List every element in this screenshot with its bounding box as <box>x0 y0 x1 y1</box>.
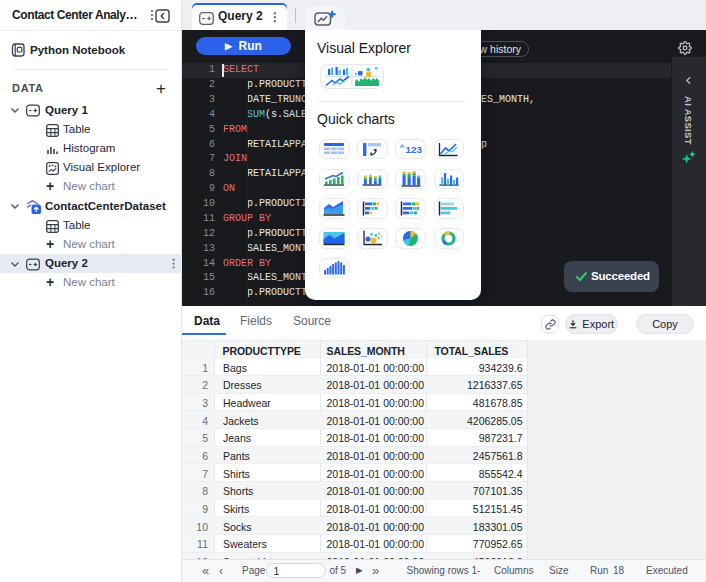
svg-text:123: 123 <box>406 144 423 155</box>
